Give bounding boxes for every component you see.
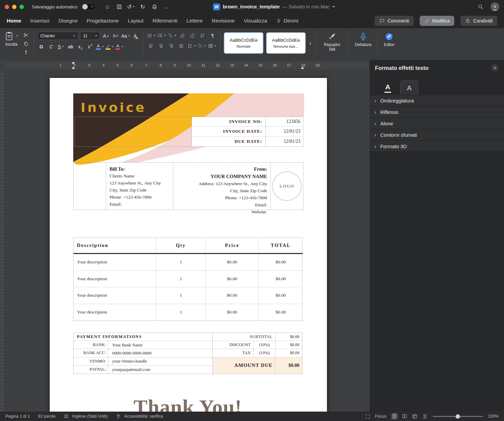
web-layout-view-button[interactable] (411, 413, 418, 420)
autosave-toggle[interactable]: 0 (81, 3, 96, 10)
section-contorni-sfumati[interactable]: › Contorni sfumati (370, 129, 504, 140)
zoom-slider[interactable] (433, 416, 483, 417)
tab-disegno[interactable]: Disegno (58, 18, 78, 24)
ruler-number: 14 (244, 63, 248, 67)
line-spacing-button[interactable] (187, 42, 196, 50)
tab-riferimenti[interactable]: Riferimenti (153, 18, 177, 24)
increase-indent-button[interactable] (188, 32, 197, 39)
zoom-slider-thumb[interactable] (456, 414, 460, 419)
show-paragraph-marks-button[interactable]: ¶ (208, 32, 217, 39)
font-size-select[interactable]: 11 (80, 32, 100, 40)
borders-button[interactable] (208, 42, 216, 50)
cut-button[interactable] (22, 31, 30, 39)
read-mode-view-button[interactable] (401, 413, 408, 420)
paste-button[interactable]: Incolla (3, 31, 19, 47)
minimize-window-button[interactable] (12, 5, 16, 9)
bullets-button[interactable] (147, 32, 156, 39)
grow-font-button[interactable]: A (102, 32, 110, 40)
subscript-button[interactable]: x2 (76, 43, 84, 51)
document-page[interactable]: Invoice INVOICE NO: 123456 INVOICE DATE:… (50, 78, 327, 412)
tab-inserisci[interactable]: Inserisci (30, 18, 49, 24)
font-color-button[interactable]: A (115, 43, 123, 51)
close-window-button[interactable] (5, 5, 9, 9)
focus-label[interactable]: Focus (375, 414, 386, 419)
more-commands-button[interactable]: … (162, 2, 171, 11)
col-header-total: TOTAL (258, 238, 303, 254)
section-riflesso[interactable]: › Riflesso (370, 106, 504, 118)
section-ombreggiatura[interactable]: › Ombreggiatura (370, 95, 504, 106)
align-left-button[interactable] (147, 42, 155, 50)
page-count[interactable]: Pagina 1 di 1 (5, 414, 30, 419)
tab-revisione[interactable]: Revisione (212, 18, 235, 24)
bold-button[interactable]: G (37, 43, 45, 51)
search-button[interactable] (476, 2, 485, 11)
styles-gallery-expand-button[interactable]: › (308, 40, 312, 47)
right-indent-marker[interactable] (301, 67, 304, 69)
shading-button[interactable] (198, 42, 206, 50)
language-status[interactable]: Inglese (Stati Uniti) (72, 414, 108, 419)
tab-visualizza[interactable]: Visualizza (244, 18, 267, 24)
accessibility-status[interactable]: Accessibilità: verifica (124, 414, 163, 419)
tab-home[interactable]: Home (7, 18, 21, 24)
style-no-spacing[interactable]: AaBbCcDdEe Nessuna spa… (266, 32, 306, 54)
save-button[interactable] (115, 2, 124, 11)
tab-text-effects[interactable]: A (401, 81, 418, 95)
focus-icon[interactable] (365, 414, 370, 419)
decrease-indent-button[interactable] (178, 32, 186, 39)
undo-button[interactable]: ↺ (126, 2, 135, 11)
home-button[interactable]: ⌂ (103, 2, 112, 11)
borders-icon (208, 43, 213, 48)
format-painter-button[interactable] (22, 49, 30, 56)
styles-pane-button[interactable]: Riquadro Stili (319, 31, 345, 52)
italic-button[interactable]: C (47, 43, 55, 51)
justify-button[interactable] (177, 42, 185, 50)
sort-button[interactable] (198, 32, 207, 39)
spellcheck-icon[interactable] (64, 414, 69, 419)
tab-progettazione[interactable]: Progettazione (87, 18, 119, 24)
style-normal[interactable]: AaBbCcDdEe Normale (224, 32, 263, 54)
print-layout-view-button[interactable] (391, 413, 398, 420)
clear-formatting-button[interactable]: A (132, 32, 140, 40)
horizontal-ruler[interactable]: 1 2 3 4 5 6 7 8 9 10 11 12 13 14 15 16 1 (0, 60, 370, 71)
align-center-button[interactable] (157, 42, 165, 50)
comments-button[interactable]: Commenti (375, 16, 414, 26)
tab-layout[interactable]: Layout (128, 18, 143, 24)
tab-text-fill-outline[interactable]: A (379, 81, 396, 95)
text-effects-button[interactable]: A (96, 43, 104, 51)
zoom-level[interactable]: 100% (488, 414, 499, 419)
section-formato-3d[interactable]: › Formato 3D (370, 140, 504, 152)
align-right-button[interactable] (167, 42, 175, 50)
numbering-button[interactable] (157, 32, 166, 39)
underline-button[interactable]: S (57, 43, 65, 51)
print-button[interactable] (150, 2, 159, 11)
redo-button[interactable]: ↻ (138, 2, 147, 11)
dictation-button[interactable]: Dettatura (352, 31, 374, 47)
zoom-window-button[interactable] (19, 5, 24, 9)
panel-close-button[interactable]: × (491, 64, 499, 72)
tab-dimmi[interactable]: Dimmi (276, 18, 298, 24)
change-case-button[interactable]: Aa (121, 32, 130, 40)
redo-icon: ↻ (140, 3, 145, 10)
title-menu-chevron-icon[interactable] (332, 6, 335, 8)
section-alone[interactable]: › Alone (370, 118, 504, 129)
first-line-indent-marker[interactable] (72, 62, 75, 65)
edit-mode-button[interactable]: Modifica (420, 16, 454, 26)
superscript-button[interactable]: x2 (86, 43, 94, 51)
bold-icon: G (40, 44, 43, 49)
outline-view-button[interactable] (421, 413, 428, 420)
share-button[interactable]: Condividi (460, 16, 497, 26)
titlebar: Salvataggio automatico 0 ⌂ ↺ ↻ … W brown… (0, 0, 504, 13)
word-count[interactable]: 92 parole (38, 414, 55, 419)
vertical-ruler[interactable] (0, 71, 5, 412)
left-indent-marker[interactable] (72, 67, 75, 69)
highlight-button[interactable] (106, 43, 114, 51)
tab-lettere[interactable]: Lettere (186, 18, 203, 24)
font-name-select[interactable]: Charter (37, 32, 78, 40)
editor-button[interactable]: Editor (381, 31, 397, 47)
multilevel-list-button[interactable] (168, 32, 176, 39)
shrink-font-button[interactable]: A (112, 32, 120, 40)
copy-button[interactable] (22, 40, 30, 48)
strikethrough-button[interactable]: ab (67, 43, 75, 51)
account-avatar[interactable] (491, 2, 499, 11)
accessibility-icon[interactable] (116, 414, 121, 419)
